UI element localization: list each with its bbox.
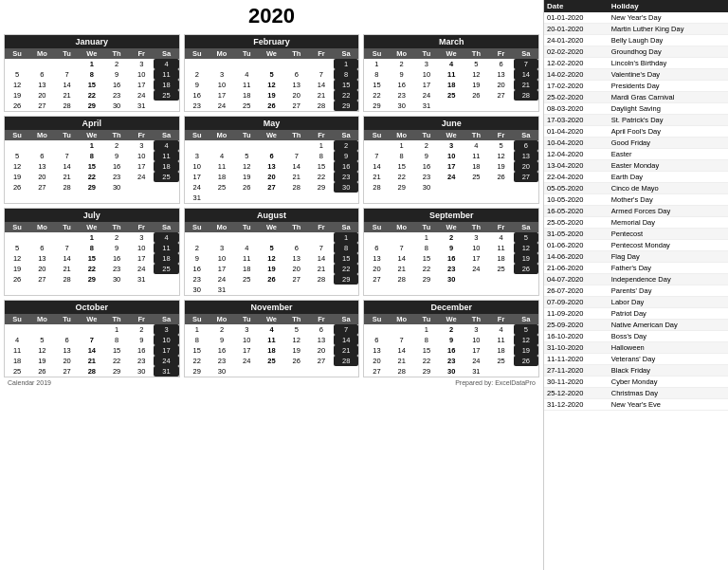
holiday-name: Christmas Day bbox=[609, 388, 728, 399]
calendar-day bbox=[284, 366, 309, 377]
calendar-day: 6 bbox=[29, 151, 54, 161]
calendar-day: 4 bbox=[234, 69, 259, 80]
day-header: We bbox=[259, 222, 283, 232]
calendar-day: 29 bbox=[414, 274, 439, 285]
calendar-day bbox=[464, 101, 488, 111]
calendar-day: 24 bbox=[185, 182, 209, 193]
calendar-day: 20 bbox=[284, 264, 309, 274]
calendar-day bbox=[439, 101, 464, 111]
month-block-june: JuneSuMoTuWeThFrSa1234567891011121314151… bbox=[363, 116, 539, 204]
day-header: Th bbox=[284, 130, 309, 140]
holiday-date: 14-02-2020 bbox=[544, 69, 609, 81]
calendar-day: 8 bbox=[309, 151, 334, 161]
calendar-day: 30 bbox=[334, 182, 358, 193]
month-block-november: NovemberSuMoTuWeThFrSa123456789101112131… bbox=[184, 300, 360, 377]
day-header: Th bbox=[104, 130, 129, 140]
calendar-day bbox=[80, 324, 104, 335]
calendar-day: 18 bbox=[209, 172, 234, 182]
holiday-date: 11-09-2020 bbox=[544, 308, 609, 320]
calendar-day: 3 bbox=[129, 59, 154, 69]
calendar-day bbox=[54, 59, 79, 69]
holiday-date: 20-01-2020 bbox=[544, 24, 609, 35]
cal-table: SuMoTuWeThFrSa12345678910111213141516171… bbox=[364, 48, 538, 111]
calendar-day: 2 bbox=[390, 59, 414, 69]
calendar-day: 21 bbox=[390, 264, 414, 274]
holiday-name: Native American Day bbox=[609, 320, 728, 331]
calendar-day: 30 bbox=[209, 366, 234, 377]
calendar-day bbox=[234, 140, 259, 151]
calendar-day: 24 bbox=[209, 274, 234, 285]
calendar-day: 5 bbox=[489, 140, 514, 151]
calendar-day: 2 bbox=[185, 243, 209, 253]
calendar-day: 14 bbox=[284, 161, 309, 172]
holiday-row: 25-12-2020Christmas Day bbox=[544, 388, 728, 399]
calendar-day: 20 bbox=[364, 264, 389, 274]
holiday-name: St. Patrick's Day bbox=[609, 115, 728, 126]
calendar-day bbox=[514, 274, 538, 285]
day-header: Sa bbox=[154, 222, 178, 232]
calendar-day: 21 bbox=[54, 172, 79, 182]
holiday-row: 10-04-2020Good Friday bbox=[544, 138, 728, 149]
day-header: Su bbox=[5, 222, 29, 232]
calendar-day bbox=[259, 193, 283, 203]
calendar-day: 26 bbox=[489, 172, 514, 182]
day-header: Fr bbox=[309, 314, 334, 324]
holiday-name: Daylight Saving bbox=[609, 103, 728, 115]
day-header: We bbox=[439, 48, 464, 59]
calendar-day: 11 bbox=[439, 69, 464, 80]
year-title: 2020 bbox=[4, 4, 539, 28]
month-block-january: JanuarySuMoTuWeThFrSa1234567891011121314… bbox=[4, 34, 180, 112]
holiday-name: Mother's Day bbox=[609, 194, 728, 206]
calendar-day: 9 bbox=[334, 151, 358, 161]
calendar-day: 2 bbox=[439, 324, 464, 335]
months-grid: JanuarySuMoTuWeThFrSa1234567891011121314… bbox=[4, 34, 539, 377]
calendar-day: 25 bbox=[489, 264, 514, 274]
calendar-day: 12 bbox=[514, 243, 538, 253]
day-header: Sa bbox=[154, 48, 178, 59]
calendar-day: 1 bbox=[334, 59, 358, 69]
holiday-name: Earth Day bbox=[609, 172, 728, 183]
holiday-date: 25-05-2020 bbox=[544, 217, 609, 229]
cal-table: SuMoTuWeThFrSa12345678910111213141516171… bbox=[364, 314, 538, 377]
calendar-day: 18 bbox=[154, 80, 178, 90]
calendar-day: 1 bbox=[364, 59, 389, 69]
calendar-day: 29 bbox=[80, 182, 104, 193]
calendar-day: 9 bbox=[104, 151, 129, 161]
calendar-day: 3 bbox=[464, 232, 488, 243]
footer-left: Calendar 2019 bbox=[8, 379, 51, 386]
holiday-name: April Fool's Day bbox=[609, 126, 728, 138]
holiday-row: 04-07-2020Independence Day bbox=[544, 274, 728, 285]
calendar-day bbox=[29, 232, 54, 243]
calendar-day: 25 bbox=[154, 264, 178, 274]
calendar-day bbox=[334, 193, 358, 203]
calendar-day: 4 bbox=[154, 140, 178, 151]
calendar-day: 15 bbox=[334, 80, 358, 90]
calendar-day: 22 bbox=[390, 172, 414, 182]
day-header: Th bbox=[284, 48, 309, 59]
holiday-date: 27-11-2020 bbox=[544, 365, 609, 377]
calendar-day: 15 bbox=[309, 161, 334, 172]
calendar-day: 30 bbox=[439, 366, 464, 377]
calendar-day: 26 bbox=[5, 182, 29, 193]
calendar-day: 9 bbox=[209, 335, 234, 345]
calendar-day: 23 bbox=[390, 90, 414, 101]
holiday-row: 01-01-2020New Year's Day bbox=[544, 12, 728, 24]
calendar-day bbox=[489, 182, 514, 193]
calendar-day: 19 bbox=[489, 161, 514, 172]
calendar-day: 1 bbox=[104, 324, 129, 335]
calendar-day: 13 bbox=[364, 345, 389, 356]
calendar-day: 26 bbox=[514, 264, 538, 274]
calendar-day bbox=[309, 366, 334, 377]
month-header: January bbox=[5, 35, 179, 48]
calendar-day: 27 bbox=[284, 101, 309, 111]
calendar-day bbox=[209, 140, 234, 151]
calendar-day: 24 bbox=[129, 90, 154, 101]
calendar-day: 5 bbox=[284, 324, 309, 335]
calendar-day: 3 bbox=[154, 324, 178, 335]
month-header: June bbox=[364, 117, 538, 130]
calendar-day: 10 bbox=[439, 151, 464, 161]
cal-table: SuMoTuWeThFrSa12345678910111213141516171… bbox=[5, 48, 179, 111]
calendar-day: 10 bbox=[234, 335, 259, 345]
calendar-day bbox=[5, 232, 29, 243]
calendar-day: 31 bbox=[154, 366, 178, 377]
